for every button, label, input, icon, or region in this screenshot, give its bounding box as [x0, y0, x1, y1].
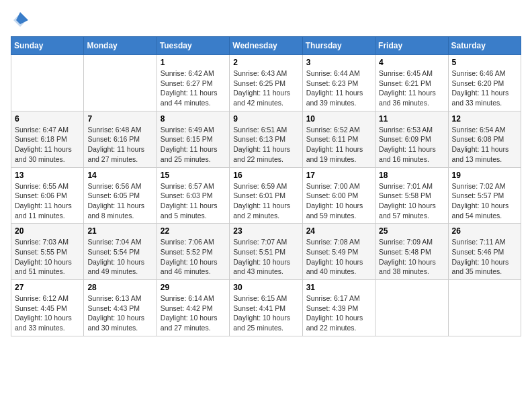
- day-number: 19: [452, 171, 517, 180]
- weekday-header-monday: Monday: [84, 37, 157, 55]
- calendar-week-row: 27Sunrise: 6:12 AMSunset: 4:45 PMDayligh…: [11, 280, 521, 336]
- calendar-cell: 5Sunrise: 6:46 AMSunset: 6:20 PMDaylight…: [448, 55, 521, 111]
- day-info: Sunrise: 7:01 AMSunset: 5:58 PMDaylight:…: [379, 181, 444, 221]
- calendar-week-row: 1Sunrise: 6:42 AMSunset: 6:27 PMDaylight…: [11, 55, 521, 111]
- weekday-header-wednesday: Wednesday: [230, 37, 302, 55]
- calendar-cell: 10Sunrise: 6:52 AMSunset: 6:11 PMDayligh…: [302, 111, 375, 167]
- day-number: 3: [306, 58, 371, 67]
- day-info: Sunrise: 6:13 AMSunset: 4:43 PMDaylight:…: [87, 293, 152, 333]
- day-number: 14: [87, 171, 152, 180]
- calendar-week-row: 6Sunrise: 6:47 AMSunset: 6:18 PMDaylight…: [11, 111, 521, 167]
- day-info: Sunrise: 6:48 AMSunset: 6:16 PMDaylight:…: [87, 125, 152, 165]
- day-number: 21: [87, 226, 152, 236]
- day-number: 25: [379, 226, 444, 236]
- calendar-cell: 8Sunrise: 6:49 AMSunset: 6:15 PMDaylight…: [157, 111, 229, 167]
- calendar-cell: 20Sunrise: 7:03 AMSunset: 5:55 PMDayligh…: [11, 224, 84, 280]
- day-number: 8: [161, 114, 226, 124]
- calendar-cell: 22Sunrise: 7:06 AMSunset: 5:52 PMDayligh…: [157, 224, 229, 280]
- day-number: 26: [452, 226, 517, 236]
- calendar-cell: 2Sunrise: 6:43 AMSunset: 6:25 PMDaylight…: [230, 55, 302, 111]
- calendar-cell: 3Sunrise: 6:44 AMSunset: 6:23 PMDaylight…: [302, 55, 375, 111]
- day-number: 4: [379, 58, 444, 67]
- calendar-cell: 15Sunrise: 6:57 AMSunset: 6:03 PMDayligh…: [157, 167, 229, 224]
- day-info: Sunrise: 6:44 AMSunset: 6:23 PMDaylight:…: [306, 68, 371, 108]
- day-info: Sunrise: 6:43 AMSunset: 6:25 PMDaylight:…: [233, 68, 298, 108]
- day-number: 16: [233, 171, 298, 180]
- calendar-cell: 25Sunrise: 7:09 AMSunset: 5:48 PMDayligh…: [375, 224, 448, 280]
- logo: [11, 11, 32, 30]
- day-info: Sunrise: 6:46 AMSunset: 6:20 PMDaylight:…: [452, 68, 517, 108]
- day-info: Sunrise: 6:55 AMSunset: 6:06 PMDaylight:…: [15, 181, 80, 221]
- calendar-cell: 27Sunrise: 6:12 AMSunset: 4:45 PMDayligh…: [11, 280, 84, 336]
- day-info: Sunrise: 6:45 AMSunset: 6:21 PMDaylight:…: [379, 68, 444, 108]
- calendar-cell: 16Sunrise: 6:59 AMSunset: 6:01 PMDayligh…: [230, 167, 302, 224]
- calendar-week-row: 13Sunrise: 6:55 AMSunset: 6:06 PMDayligh…: [11, 167, 521, 224]
- day-info: Sunrise: 6:56 AMSunset: 6:05 PMDaylight:…: [87, 181, 152, 221]
- calendar-cell: 18Sunrise: 7:01 AMSunset: 5:58 PMDayligh…: [375, 167, 448, 224]
- day-number: 12: [452, 114, 517, 124]
- calendar-header-row: SundayMondayTuesdayWednesdayThursdayFrid…: [11, 37, 521, 55]
- calendar-cell: 30Sunrise: 6:15 AMSunset: 4:41 PMDayligh…: [230, 280, 302, 336]
- day-number: 22: [161, 226, 226, 236]
- calendar-cell: 12Sunrise: 6:54 AMSunset: 6:08 PMDayligh…: [448, 111, 521, 167]
- day-info: Sunrise: 7:09 AMSunset: 5:48 PMDaylight:…: [379, 237, 444, 277]
- day-number: 6: [15, 114, 80, 124]
- calendar-cell: 19Sunrise: 7:02 AMSunset: 5:57 PMDayligh…: [448, 167, 521, 224]
- day-info: Sunrise: 6:15 AMSunset: 4:41 PMDaylight:…: [233, 293, 298, 333]
- calendar-cell: 11Sunrise: 6:53 AMSunset: 6:09 PMDayligh…: [375, 111, 448, 167]
- calendar-cell: 9Sunrise: 6:51 AMSunset: 6:13 PMDaylight…: [230, 111, 302, 167]
- calendar-cell: 4Sunrise: 6:45 AMSunset: 6:21 PMDaylight…: [375, 55, 448, 111]
- day-number: 24: [306, 226, 371, 236]
- day-number: 7: [87, 114, 152, 124]
- calendar-week-row: 20Sunrise: 7:03 AMSunset: 5:55 PMDayligh…: [11, 224, 521, 280]
- day-number: 23: [233, 226, 298, 236]
- day-info: Sunrise: 6:14 AMSunset: 4:42 PMDaylight:…: [161, 293, 226, 333]
- day-number: 27: [15, 283, 80, 292]
- calendar-cell: [11, 55, 84, 111]
- weekday-header-saturday: Saturday: [448, 37, 521, 55]
- day-number: 9: [233, 114, 298, 124]
- page-header: [11, 11, 521, 30]
- day-info: Sunrise: 6:52 AMSunset: 6:11 PMDaylight:…: [306, 125, 371, 165]
- calendar-cell: [448, 280, 521, 336]
- day-info: Sunrise: 7:04 AMSunset: 5:54 PMDaylight:…: [87, 237, 152, 277]
- day-number: 17: [306, 171, 371, 180]
- day-number: 10: [306, 114, 371, 124]
- day-info: Sunrise: 7:03 AMSunset: 5:55 PMDaylight:…: [15, 237, 80, 277]
- calendar-cell: [84, 55, 157, 111]
- calendar-cell: 13Sunrise: 6:55 AMSunset: 6:06 PMDayligh…: [11, 167, 84, 224]
- calendar-cell: 24Sunrise: 7:08 AMSunset: 5:49 PMDayligh…: [302, 224, 375, 280]
- day-info: Sunrise: 7:06 AMSunset: 5:52 PMDaylight:…: [161, 237, 226, 277]
- weekday-header-sunday: Sunday: [11, 37, 84, 55]
- day-info: Sunrise: 6:49 AMSunset: 6:15 PMDaylight:…: [161, 125, 226, 165]
- calendar-cell: 29Sunrise: 6:14 AMSunset: 4:42 PMDayligh…: [157, 280, 229, 336]
- day-number: 30: [233, 283, 298, 292]
- weekday-header-thursday: Thursday: [302, 37, 375, 55]
- weekday-header-friday: Friday: [375, 37, 448, 55]
- day-number: 29: [161, 283, 226, 292]
- day-number: 1: [161, 58, 226, 67]
- day-info: Sunrise: 6:17 AMSunset: 4:39 PMDaylight:…: [306, 293, 371, 333]
- calendar-table: SundayMondayTuesdayWednesdayThursdayFrid…: [11, 36, 521, 336]
- calendar-cell: 23Sunrise: 7:07 AMSunset: 5:51 PMDayligh…: [230, 224, 302, 280]
- day-info: Sunrise: 7:07 AMSunset: 5:51 PMDaylight:…: [233, 237, 298, 277]
- day-number: 31: [306, 283, 371, 292]
- day-info: Sunrise: 7:11 AMSunset: 5:46 PMDaylight:…: [452, 237, 517, 277]
- day-info: Sunrise: 6:54 AMSunset: 6:08 PMDaylight:…: [452, 125, 517, 165]
- day-number: 28: [87, 283, 152, 292]
- day-info: Sunrise: 6:53 AMSunset: 6:09 PMDaylight:…: [379, 125, 444, 165]
- calendar-cell: 17Sunrise: 7:00 AMSunset: 6:00 PMDayligh…: [302, 167, 375, 224]
- day-info: Sunrise: 6:12 AMSunset: 4:45 PMDaylight:…: [15, 293, 80, 333]
- calendar-cell: 6Sunrise: 6:47 AMSunset: 6:18 PMDaylight…: [11, 111, 84, 167]
- day-number: 13: [15, 171, 80, 180]
- day-info: Sunrise: 6:51 AMSunset: 6:13 PMDaylight:…: [233, 125, 298, 165]
- calendar-cell: 28Sunrise: 6:13 AMSunset: 4:43 PMDayligh…: [84, 280, 157, 336]
- day-info: Sunrise: 6:42 AMSunset: 6:27 PMDaylight:…: [161, 68, 226, 108]
- day-number: 20: [15, 226, 80, 236]
- day-info: Sunrise: 7:00 AMSunset: 6:00 PMDaylight:…: [306, 181, 371, 221]
- day-info: Sunrise: 6:59 AMSunset: 6:01 PMDaylight:…: [233, 181, 298, 221]
- weekday-header-tuesday: Tuesday: [157, 37, 229, 55]
- day-number: 5: [452, 58, 517, 67]
- calendar-body: 1Sunrise: 6:42 AMSunset: 6:27 PMDaylight…: [11, 55, 521, 336]
- calendar-cell: 21Sunrise: 7:04 AMSunset: 5:54 PMDayligh…: [84, 224, 157, 280]
